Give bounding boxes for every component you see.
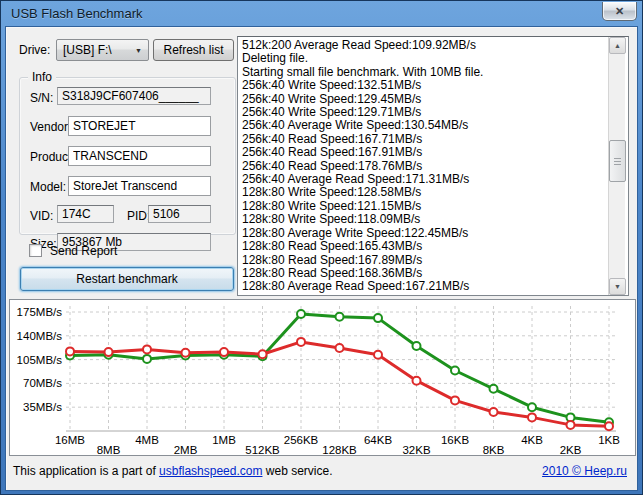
close-button[interactable]: ✕ — [602, 2, 637, 21]
x-tick-label: 256KB — [284, 434, 319, 446]
footer-suffix: web service. — [262, 464, 332, 478]
y-tick-label: 70MB/s — [23, 377, 62, 389]
data-point — [413, 342, 421, 350]
x-tick-label: 128KB — [322, 444, 357, 455]
x-tick-label: 8MB — [97, 444, 121, 455]
log-scrollbar[interactable]: ▲ ▼ — [608, 37, 625, 295]
x-tick-label: 4MB — [135, 434, 159, 446]
client-area: Drive: [USB] F:\ ▼ Refresh list Info S/N… — [5, 26, 638, 491]
y-tick-label: 140MB/s — [17, 330, 63, 342]
scrollbar-thumb[interactable] — [609, 140, 626, 182]
log-line: 128k:80 Read Speed:165.43MB/s — [242, 240, 608, 253]
drive-select[interactable]: [USB] F:\ ▼ — [56, 39, 149, 61]
data-point — [143, 345, 151, 353]
data-point — [490, 385, 498, 393]
y-tick-label: 105MB/s — [17, 354, 63, 366]
log-line: 128k:80 Read Speed:168.36MB/s — [242, 267, 608, 280]
data-point — [605, 422, 613, 430]
x-tick-label: 2KB — [560, 444, 582, 455]
scroll-down-icon: ▼ — [614, 283, 621, 290]
app-window: USB Flash Benchmark ✕ Drive: [USB] F:\ ▼… — [0, 0, 643, 495]
usbflashspeed-link[interactable]: usbflashspeed.com — [159, 464, 262, 478]
log-line: 128k:80 Write Speed:128.58MB/s — [242, 186, 608, 199]
vid-label: VID: — [30, 209, 53, 223]
data-point — [336, 313, 344, 321]
benchmark-log[interactable]: 512k:200 Average Read Speed:109.92MB/sDe… — [237, 36, 629, 296]
x-tick-label: 1MB — [212, 434, 236, 446]
copyright-link[interactable]: 2010 © Heep.ru — [542, 464, 627, 478]
x-tick-label: 8KB — [483, 444, 505, 455]
vendor-label: Vendor: — [30, 120, 71, 134]
info-groupbox: Info S/N: Vendor: Product: Model: VID: P… — [19, 77, 236, 235]
data-point — [336, 344, 344, 352]
data-point — [451, 396, 459, 404]
x-tick-label: 32KB — [402, 444, 430, 455]
send-report-label: Send Report — [50, 244, 117, 258]
y-tick-label: 175MB/s — [17, 306, 63, 318]
x-tick-label: 1KB — [598, 434, 620, 446]
scroll-up-icon: ▲ — [614, 42, 621, 49]
chevron-down-icon: ▼ — [135, 47, 142, 54]
x-tick-label: 64KB — [364, 434, 392, 446]
refresh-list-button[interactable]: Refresh list — [153, 39, 234, 61]
model-field[interactable] — [68, 176, 211, 196]
data-point — [413, 377, 421, 385]
log-line: 128k:80 Write Speed:118.09MB/s — [242, 213, 608, 226]
data-point — [66, 347, 74, 355]
log-line: 256k:40 Read Speed:178.76MB/s — [242, 160, 608, 173]
data-point — [182, 349, 190, 357]
data-point — [374, 314, 382, 322]
data-point — [490, 408, 498, 416]
data-point — [374, 351, 382, 359]
x-tick-label: 2MB — [174, 444, 198, 455]
vid-field[interactable] — [57, 205, 114, 223]
log-line: 256k:40 Write Speed:132.51MB/s — [242, 79, 608, 92]
data-point — [297, 310, 305, 318]
log-line: 256k:40 Write Speed:129.71MB/s — [242, 106, 608, 119]
x-tick-label: 16KB — [441, 434, 469, 446]
speed-chart: 35MB/s70MB/s105MB/s140MB/s175MB/s16MB8MB… — [10, 300, 635, 455]
data-point — [528, 403, 536, 411]
info-legend: Info — [28, 70, 56, 84]
speed-chart-panel: 35MB/s70MB/s105MB/s140MB/s175MB/s16MB8MB… — [9, 299, 636, 456]
y-tick-label: 35MB/s — [23, 401, 62, 413]
x-tick-label: 16MB — [55, 434, 85, 446]
pid-label: PID: — [127, 209, 150, 223]
data-point — [567, 421, 575, 429]
log-line: 512k:200 Average Read Speed:109.92MB/s — [242, 39, 608, 52]
log-line: 128k:80 Write Speed:121.15MB/s — [242, 200, 608, 213]
log-line: 256k:40 Read Speed:167.91MB/s — [242, 146, 608, 159]
window-title: USB Flash Benchmark — [11, 6, 143, 21]
pid-field[interactable] — [148, 205, 211, 223]
x-tick-label: 512KB — [245, 444, 280, 455]
log-line: 128k:80 Read Speed:167.89MB/s — [242, 254, 608, 267]
close-icon: ✕ — [615, 5, 624, 18]
scroll-up-button[interactable]: ▲ — [609, 37, 626, 54]
footer-text: This application is a part of usbflashsp… — [13, 464, 333, 478]
log-line: Starting small file benchmark. With 10MB… — [242, 66, 608, 79]
log-line: 256k:40 Average Write Speed:130.54MB/s — [242, 119, 608, 132]
footer-prefix: This application is a part of — [13, 464, 159, 478]
data-point — [297, 338, 305, 346]
data-point — [259, 350, 267, 358]
data-point — [105, 348, 113, 356]
data-point — [143, 355, 151, 363]
sn-field[interactable] — [57, 87, 211, 105]
log-line: 256k:40 Average Read Speed:171.31MB/s — [242, 173, 608, 186]
vendor-field[interactable] — [68, 116, 211, 136]
model-label: Model: — [30, 180, 66, 194]
x-tick-label: 4KB — [521, 434, 543, 446]
restart-benchmark-button[interactable]: Restart benchmark — [20, 267, 234, 291]
data-point — [451, 367, 459, 375]
log-line: Deleting file. — [242, 52, 608, 65]
title-bar[interactable]: USB Flash Benchmark — [5, 1, 638, 26]
log-line: 256k:40 Write Speed:129.45MB/s — [242, 93, 608, 106]
data-point — [528, 413, 536, 421]
log-line: 128k:80 Average Read Speed:167.21MB/s — [242, 280, 608, 293]
product-field[interactable] — [68, 146, 211, 166]
data-point — [220, 348, 228, 356]
scroll-down-button[interactable]: ▼ — [609, 278, 626, 295]
send-report-checkbox[interactable] — [29, 244, 42, 257]
log-line: 128k:80 Average Write Speed:122.45MB/s — [242, 227, 608, 240]
log-line: 256k:40 Read Speed:167.71MB/s — [242, 133, 608, 146]
